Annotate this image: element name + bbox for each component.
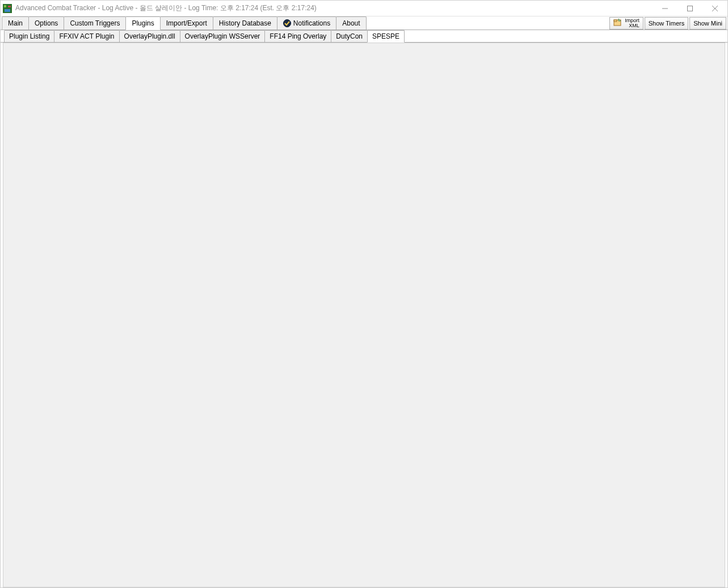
tab-label: Options: [35, 19, 58, 27]
tab-label: Custom Triggers: [70, 19, 120, 27]
svg-rect-2: [8, 6, 11, 7]
minimize-button[interactable]: [653, 1, 677, 16]
show-mini-button[interactable]: Show Mini: [689, 17, 726, 30]
tab-options[interactable]: Options: [28, 16, 64, 30]
tab-label: Notifications: [293, 19, 330, 27]
subtab-overlayplugin-wsserver[interactable]: OverlayPlugin WSServer: [180, 30, 266, 42]
tab-history-database[interactable]: History Database: [213, 16, 277, 30]
tab-main[interactable]: Main: [2, 16, 29, 30]
svg-rect-3: [5, 9, 10, 12]
import-xml-button[interactable]: Import XML: [609, 17, 643, 30]
maximize-button[interactable]: [677, 1, 702, 16]
window-title: Advanced Combat Tracker - Log Active - 올…: [15, 3, 317, 13]
plugin-sub-tab-bar: Plugin Listing FFXIV ACT Plugin OverlayP…: [1, 30, 727, 43]
tab-label: FFXIV ACT Plugin: [59, 32, 114, 40]
svg-rect-7: [614, 20, 617, 22]
button-label: Show Timers: [649, 20, 685, 27]
tab-label: About: [342, 19, 360, 27]
tab-label: Import/Export: [166, 19, 207, 27]
toolbar-right-buttons: Import XML Show Timers Show Mini: [609, 16, 727, 30]
window-controls: [653, 1, 727, 16]
tab-plugins[interactable]: Plugins: [125, 16, 160, 30]
tab-about[interactable]: About: [336, 16, 366, 30]
tab-import-export[interactable]: Import/Export: [160, 16, 213, 30]
tab-label: OverlayPlugin WSServer: [185, 32, 260, 40]
tab-notifications[interactable]: Notifications: [277, 16, 336, 30]
show-timers-button[interactable]: Show Timers: [645, 17, 689, 30]
close-button[interactable]: [702, 1, 727, 16]
button-label: Show Mini: [693, 20, 722, 27]
subtab-plugin-listing[interactable]: Plugin Listing: [4, 30, 54, 42]
subtab-ffxiv-act-plugin[interactable]: FFXIV ACT Plugin: [54, 30, 119, 42]
title-bar: Advanced Combat Tracker - Log Active - 올…: [1, 1, 727, 16]
subtab-spespe[interactable]: SPESPE: [367, 30, 405, 43]
toolbar-spacer: [366, 16, 610, 30]
svg-rect-4: [688, 6, 693, 11]
tab-custom-triggers[interactable]: Custom Triggers: [64, 16, 126, 30]
subtab-dutycon[interactable]: DutyCon: [331, 30, 368, 42]
tab-label: FF14 Ping Overlay: [270, 32, 326, 40]
subtab-overlayplugin-dll[interactable]: OverlayPlugin.dll: [119, 30, 180, 42]
svg-point-5: [283, 20, 291, 27]
import-xml-label: Import XML: [625, 18, 639, 28]
tab-label: Main: [8, 19, 23, 27]
import-xml-icon: [613, 18, 622, 28]
tab-label: History Database: [219, 19, 271, 27]
tab-label: DutyCon: [336, 32, 363, 40]
subtab-ff14-ping-overlay[interactable]: FF14 Ping Overlay: [264, 30, 331, 42]
main-tab-bar: Main Options Custom Triggers Plugins Imp…: [1, 16, 727, 30]
tab-label: SPESPE: [372, 32, 399, 40]
tab-label: Plugins: [132, 19, 154, 27]
notification-icon: [283, 19, 291, 27]
tab-label: Plugin Listing: [9, 32, 49, 40]
svg-rect-1: [4, 5, 6, 7]
app-icon: [3, 4, 12, 13]
tab-label: OverlayPlugin.dll: [124, 32, 175, 40]
plugin-content-area: [3, 43, 725, 587]
